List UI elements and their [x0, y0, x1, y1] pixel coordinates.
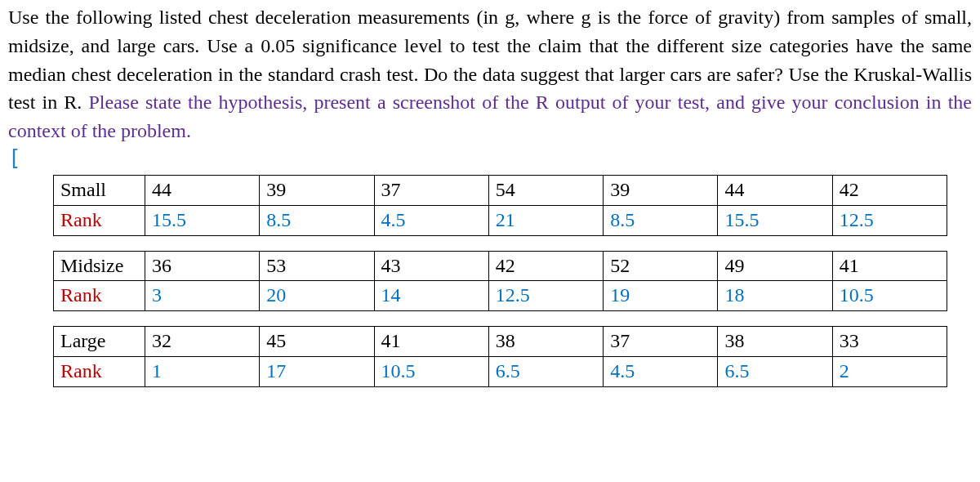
value-cell: 37 — [604, 327, 718, 357]
table-midsize: Midsize 36 53 43 42 52 49 41 Rank 3 20 1… — [53, 251, 947, 312]
rank-cell: 10.5 — [832, 281, 947, 311]
value-cell: 37 — [374, 175, 488, 205]
rank-cell: 6.5 — [488, 356, 603, 386]
value-cell: 44 — [145, 175, 260, 205]
problem-text-instruction: Please state the hypothesis, present a s… — [8, 91, 972, 141]
rank-cell: 6.5 — [718, 356, 832, 386]
value-cell: 36 — [145, 251, 260, 281]
value-cell: 41 — [374, 327, 488, 357]
rank-label: Rank — [54, 356, 145, 386]
rank-cell: 4.5 — [604, 356, 718, 386]
group-label: Small — [54, 175, 145, 205]
rank-cell: 21 — [488, 205, 603, 235]
value-cell: 38 — [718, 327, 832, 357]
value-cell: 53 — [260, 251, 374, 281]
value-cell: 43 — [374, 251, 488, 281]
rank-cell: 12.5 — [832, 205, 947, 235]
value-cell: 33 — [832, 327, 947, 357]
rank-cell: 14 — [374, 281, 488, 311]
rank-cell: 19 — [604, 281, 718, 311]
rank-cell: 4.5 — [374, 205, 488, 235]
table-row: Rank 3 20 14 12.5 19 18 10.5 — [54, 281, 947, 311]
group-label: Large — [54, 327, 145, 357]
rank-cell: 15.5 — [718, 205, 832, 235]
value-cell: 42 — [488, 251, 603, 281]
table-large: Large 32 45 41 38 37 38 33 Rank 1 17 10.… — [53, 326, 947, 387]
rank-cell: 12.5 — [488, 281, 603, 311]
value-cell: 39 — [260, 175, 374, 205]
table-row: Small 44 39 37 54 39 44 42 — [54, 175, 947, 205]
rank-cell: 8.5 — [260, 205, 374, 235]
rank-cell: 17 — [260, 356, 374, 386]
value-cell: 32 — [145, 327, 260, 357]
table-row: Rank 1 17 10.5 6.5 4.5 6.5 2 — [54, 356, 947, 386]
rank-cell: 10.5 — [374, 356, 488, 386]
table-row: Rank 15.5 8.5 4.5 21 8.5 15.5 12.5 — [54, 205, 947, 235]
table-row: Midsize 36 53 43 42 52 49 41 — [54, 251, 947, 281]
rank-cell: 3 — [145, 281, 260, 311]
value-cell: 41 — [832, 251, 947, 281]
table-small: Small 44 39 37 54 39 44 42 Rank 15.5 8.5… — [53, 175, 947, 236]
problem-statement: Use the following listed chest decelerat… — [8, 3, 972, 145]
table-row: Large 32 45 41 38 37 38 33 — [54, 327, 947, 357]
data-tables-container: Small 44 39 37 54 39 44 42 Rank 15.5 8.5… — [8, 175, 972, 387]
rank-label: Rank — [54, 281, 145, 311]
value-cell: 44 — [718, 175, 832, 205]
group-label: Midsize — [54, 251, 145, 281]
value-cell: 39 — [604, 175, 718, 205]
rank-cell: 18 — [718, 281, 832, 311]
value-cell: 45 — [260, 327, 374, 357]
rank-label: Rank — [54, 205, 145, 235]
value-cell: 49 — [718, 251, 832, 281]
rank-cell: 15.5 — [145, 205, 260, 235]
rank-cell: 8.5 — [604, 205, 718, 235]
value-cell: 52 — [604, 251, 718, 281]
rank-cell: 20 — [260, 281, 374, 311]
text-cursor-marker: [ — [8, 147, 972, 168]
value-cell: 38 — [488, 327, 603, 357]
rank-cell: 2 — [832, 356, 947, 386]
value-cell: 54 — [488, 175, 603, 205]
rank-cell: 1 — [145, 356, 260, 386]
value-cell: 42 — [832, 175, 947, 205]
